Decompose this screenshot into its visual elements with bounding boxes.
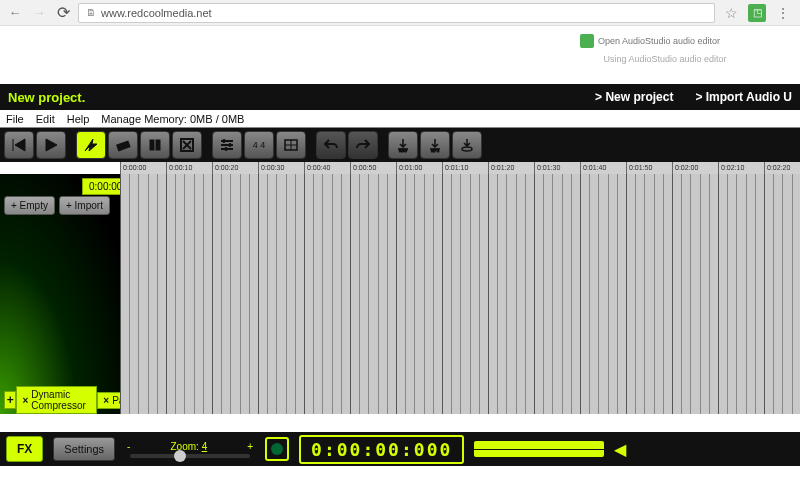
time-signature-button[interactable]: 4 4: [244, 131, 274, 159]
svg-text:MP3: MP3: [431, 148, 440, 153]
ruler-tick: 0:00:10: [166, 162, 192, 174]
ruler-tick: 0:00:30: [258, 162, 284, 174]
site-info-icon: 🗎: [85, 7, 97, 19]
transport-bar: FX Settings - Zoom: 4 + 0:00:00:000 ◀: [0, 432, 800, 466]
eraser-tool[interactable]: [108, 131, 138, 159]
svg-point-4: [223, 140, 226, 143]
svg-rect-0: [117, 141, 130, 151]
editor-header: New project. > New project > Import Audi…: [0, 84, 800, 110]
zoom-thumb[interactable]: [174, 450, 186, 462]
toolbar: 4 4 WAV MP3: [0, 128, 800, 162]
export-wav-button[interactable]: WAV: [388, 131, 418, 159]
ruler-tick: 0:00:00: [120, 162, 146, 174]
grid-button[interactable]: [276, 131, 306, 159]
browser-menu-icon[interactable]: ⋮: [776, 5, 790, 21]
track-sidebar: 0:00:00:000 + Empty + Import + ×Dynamic …: [0, 174, 120, 414]
ruler-tick: 0:01:40: [580, 162, 606, 174]
record-button[interactable]: [265, 437, 289, 461]
menu-bar: File Edit Help Manage Memory: 0MB / 0MB: [0, 110, 800, 128]
delete-tool[interactable]: [172, 131, 202, 159]
transport-time-display: 0:00:00:000: [299, 435, 464, 464]
project-title: New project.: [8, 90, 85, 105]
ruler-tick: 0:02:20: [764, 162, 790, 174]
add-fx-button[interactable]: +: [4, 391, 16, 409]
ruler-tick: 0:01:20: [488, 162, 514, 174]
zoom-control: - Zoom: 4 +: [125, 441, 255, 458]
split-tool[interactable]: [140, 131, 170, 159]
popup-line1: Open AudioStudio audio editor: [598, 36, 720, 46]
new-project-link[interactable]: > New project: [595, 90, 673, 104]
undo-button[interactable]: [316, 131, 346, 159]
timeline-grid[interactable]: [120, 174, 800, 414]
import-audio-link[interactable]: > Import Audio U: [695, 90, 792, 104]
download-button[interactable]: [452, 131, 482, 159]
fx-panel-button[interactable]: FX: [6, 436, 43, 462]
redo-button[interactable]: [348, 131, 378, 159]
level-meter: [474, 441, 604, 457]
menu-file[interactable]: File: [6, 113, 24, 125]
svg-rect-2: [156, 140, 160, 150]
close-icon[interactable]: ×: [22, 395, 28, 406]
timeline-ruler[interactable]: 0:00:000:00:100:00:200:00:300:00:400:00:…: [120, 162, 800, 174]
extension-popup: Open AudioStudio audio editor Using Audi…: [580, 32, 750, 64]
menu-memory[interactable]: Manage Memory: 0MB / 0MB: [101, 113, 244, 125]
ruler-tick: 0:00:40: [304, 162, 330, 174]
svg-point-5: [229, 144, 232, 147]
menu-edit[interactable]: Edit: [36, 113, 55, 125]
page-top-area: Open AudioStudio audio editor Using Audi…: [0, 26, 800, 84]
svg-point-10: [462, 147, 472, 151]
zoom-in-button[interactable]: +: [247, 441, 253, 452]
back-button[interactable]: ←: [6, 4, 24, 22]
close-icon[interactable]: ×: [103, 395, 109, 406]
svg-text:WAV: WAV: [399, 148, 408, 153]
bookmark-icon[interactable]: ☆: [725, 5, 738, 21]
ruler-tick: 0:00:20: [212, 162, 238, 174]
add-import-track-button[interactable]: + Import: [59, 196, 110, 215]
rewind-button[interactable]: [4, 131, 34, 159]
ruler-tick: 0:01:50: [626, 162, 652, 174]
svg-rect-1: [150, 140, 154, 150]
zoom-out-button[interactable]: -: [127, 441, 130, 452]
pointer-tool[interactable]: [76, 131, 106, 159]
ruler-tick: 0:01:00: [396, 162, 422, 174]
popup-line2: Using AudioStudio audio editor: [580, 50, 750, 64]
zoom-slider[interactable]: [130, 454, 250, 458]
play-button[interactable]: [36, 131, 66, 159]
track-area: 0:00:00:000 + Empty + Import + ×Dynamic …: [0, 174, 800, 414]
popup-app-icon: [580, 34, 594, 48]
meter-caret-icon: ◀: [614, 440, 626, 459]
forward-button[interactable]: →: [30, 4, 48, 22]
svg-point-6: [225, 148, 228, 151]
mixer-button[interactable]: [212, 131, 242, 159]
add-empty-track-button[interactable]: + Empty: [4, 196, 55, 215]
browser-toolbar: ← → ⟳ 🗎 www.redcoolmedia.net ☆ ◳ ⋮: [0, 0, 800, 26]
menu-help[interactable]: Help: [67, 113, 90, 125]
ruler-tick: 0:02:00: [672, 162, 698, 174]
reload-button[interactable]: ⟳: [54, 4, 72, 22]
extension-icon[interactable]: ◳: [748, 4, 766, 22]
ruler-tick: 0:00:50: [350, 162, 376, 174]
ruler-tick: 0:01:10: [442, 162, 468, 174]
ruler-tick: 0:01:30: [534, 162, 560, 174]
export-mp3-button[interactable]: MP3: [420, 131, 450, 159]
fx-chip-compressor[interactable]: ×Dynamic Compressor: [16, 386, 97, 414]
address-bar[interactable]: 🗎 www.redcoolmedia.net: [78, 3, 715, 23]
url-text: www.redcoolmedia.net: [101, 7, 212, 19]
ruler-tick: 0:02:10: [718, 162, 744, 174]
settings-button[interactable]: Settings: [53, 437, 115, 461]
record-icon: [271, 443, 283, 455]
